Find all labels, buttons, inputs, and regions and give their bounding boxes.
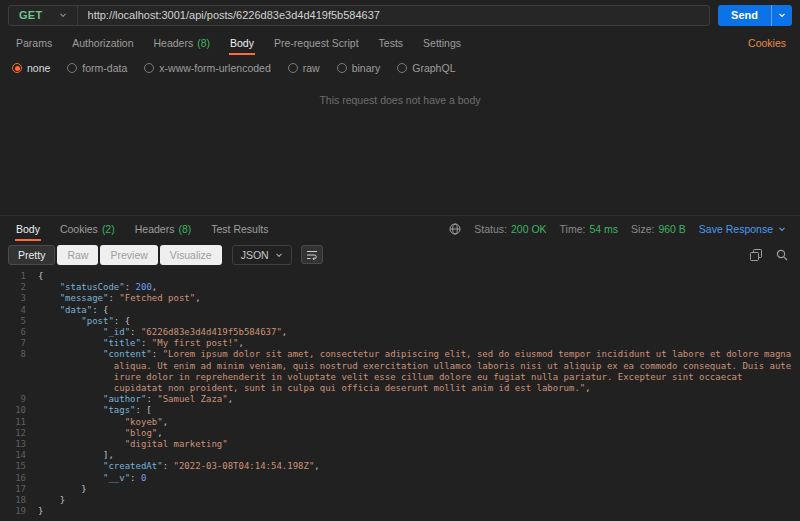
response-body-viewer[interactable]: 1{2"statusCode": 200,3"message": "Fetche… xyxy=(0,268,800,521)
time-value: 54 ms xyxy=(589,223,618,235)
response-actions xyxy=(750,249,792,261)
line-text: "data": { xyxy=(38,305,800,316)
line-number: 7 xyxy=(8,338,38,349)
tab-count: (8) xyxy=(178,223,191,235)
language-dropdown[interactable]: JSON xyxy=(232,245,292,265)
size-indicator: Size: 960 B xyxy=(631,223,686,235)
tab-authorization[interactable]: Authorization xyxy=(62,30,143,55)
search-response-button[interactable] xyxy=(776,249,788,261)
line-text: "_id": "6226d83e3d4d419f5b584637", xyxy=(38,327,800,338)
body-type-binary[interactable]: binary xyxy=(337,62,381,74)
method-selector[interactable]: GET xyxy=(9,6,78,25)
tab-body[interactable]: Body xyxy=(220,30,264,55)
line-text: "blog", xyxy=(38,428,800,439)
line-number: 4 xyxy=(8,305,38,316)
tab-label: Params xyxy=(16,37,52,49)
line-number: 2 xyxy=(8,282,38,293)
send-options-button[interactable] xyxy=(771,5,792,26)
body-type-form-data[interactable]: form-data xyxy=(67,62,127,74)
body-type-label: GraphQL xyxy=(412,62,455,74)
tab-label: Body xyxy=(230,37,254,49)
body-type-raw[interactable]: raw xyxy=(288,62,320,74)
network-globe-icon[interactable] xyxy=(449,223,461,235)
code-line: 15"createdAt": "2022-03-08T04:14:54.198Z… xyxy=(8,461,800,472)
copy-response-button[interactable] xyxy=(750,249,762,261)
url-control: GET xyxy=(8,5,710,26)
line-number: 8 xyxy=(8,349,38,394)
line-text: "post": { xyxy=(38,316,800,327)
view-mode-visualize[interactable]: Visualize xyxy=(160,245,222,265)
code-line: 6"_id": "6226d83e3d4d419f5b584637", xyxy=(8,327,800,338)
line-text: } xyxy=(38,495,800,506)
code-line: 11"koyeb", xyxy=(8,417,800,428)
code-line: 1{ xyxy=(8,271,800,282)
tab-pre-request-script[interactable]: Pre-request Script xyxy=(264,30,369,55)
method-label: GET xyxy=(19,9,43,21)
tab-settings[interactable]: Settings xyxy=(413,30,471,55)
line-text: "title": "My first post!", xyxy=(38,338,800,349)
tab-label: Settings xyxy=(423,37,461,49)
tab-count: (8) xyxy=(197,37,210,49)
tab-label: Tests xyxy=(379,37,404,49)
view-mode-raw[interactable]: Raw xyxy=(57,245,98,265)
request-url-bar: GET Send xyxy=(0,0,800,30)
chevron-down-icon xyxy=(778,11,786,19)
status-indicator: Status: 200 OK xyxy=(474,223,546,235)
response-tab-body[interactable]: Body xyxy=(6,216,50,241)
wrap-lines-button[interactable] xyxy=(301,245,323,264)
body-type-label: x-www-form-urlencoded xyxy=(159,62,270,74)
view-mode-preview[interactable]: Preview xyxy=(100,245,157,265)
search-icon xyxy=(776,249,788,261)
request-body-empty-area xyxy=(0,106,800,215)
empty-body-message: This request does not have a body xyxy=(0,94,800,106)
line-number: 18 xyxy=(8,495,38,506)
line-number: 1 xyxy=(8,271,38,282)
radio-icon xyxy=(67,63,77,73)
tab-label: Headers xyxy=(135,223,175,235)
radio-icon xyxy=(337,63,347,73)
body-type-graphql[interactable]: GraphQL xyxy=(397,62,455,74)
body-type-x-www-form-urlencoded[interactable]: x-www-form-urlencoded xyxy=(144,62,270,74)
line-text: "digital marketing" xyxy=(38,439,800,450)
cookies-link[interactable]: Cookies xyxy=(748,37,794,49)
size-value: 960 B xyxy=(658,223,685,235)
tab-headers[interactable]: Headers(8) xyxy=(143,30,220,55)
time-indicator: Time: 54 ms xyxy=(560,223,618,235)
body-type-none[interactable]: none xyxy=(12,62,50,74)
send-button[interactable]: Send xyxy=(718,5,771,26)
body-type-label: form-data xyxy=(82,62,127,74)
line-number: 3 xyxy=(8,293,38,304)
body-type-label: binary xyxy=(352,62,381,74)
response-toolbar: Pretty Raw Preview Visualize JSON xyxy=(0,241,800,268)
code-line: 4"data": { xyxy=(8,305,800,316)
code-line: 2"statusCode": 200, xyxy=(8,282,800,293)
line-text: "content": "Lorem ipsum dolor sit amet, … xyxy=(38,349,800,394)
response-tabs: Body Cookies(2) Headers(8) Test Results … xyxy=(0,215,800,241)
view-mode-pretty[interactable]: Pretty xyxy=(8,245,55,265)
save-response-button[interactable]: Save Response xyxy=(699,223,786,235)
code-line: 10"tags": [ xyxy=(8,405,800,416)
wrap-lines-icon xyxy=(306,249,318,261)
line-text: "statusCode": 200, xyxy=(38,282,800,293)
line-text: { xyxy=(38,271,800,282)
radio-icon xyxy=(12,63,22,73)
code-line: 12"blog", xyxy=(8,428,800,439)
status-label: Status: xyxy=(474,223,507,235)
code-line: 19} xyxy=(8,506,800,517)
chevron-down-icon xyxy=(59,11,67,19)
response-tab-headers[interactable]: Headers(8) xyxy=(125,216,202,241)
line-number: 12 xyxy=(8,428,38,439)
code-line: 16"__v": 0 xyxy=(8,473,800,484)
body-type-selector: none form-data x-www-form-urlencoded raw… xyxy=(0,55,800,81)
code-line: 17} xyxy=(8,484,800,495)
tab-params[interactable]: Params xyxy=(6,30,62,55)
url-input[interactable] xyxy=(78,6,710,25)
line-number: 16 xyxy=(8,473,38,484)
chevron-down-icon xyxy=(778,225,786,233)
copy-icon xyxy=(750,249,762,261)
line-number: 17 xyxy=(8,484,38,495)
tab-tests[interactable]: Tests xyxy=(369,30,414,55)
response-tab-cookies[interactable]: Cookies(2) xyxy=(50,216,125,241)
line-number: 5 xyxy=(8,316,38,327)
response-tab-test-results[interactable]: Test Results xyxy=(201,216,278,241)
